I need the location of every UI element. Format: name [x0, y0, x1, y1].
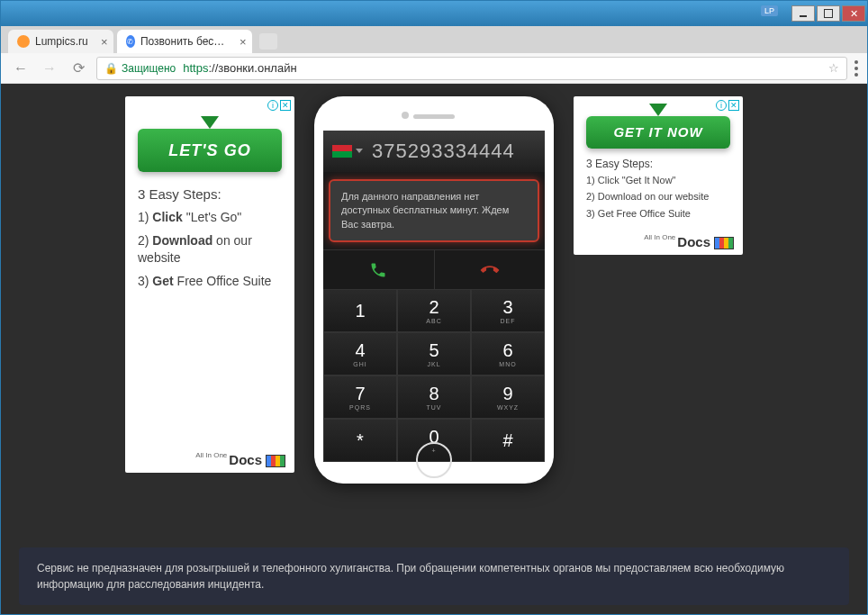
page-content: i✕ LET'S GO 3 Easy Steps: 1) Click "Let'… [1, 84, 867, 614]
back-button[interactable]: ← [10, 58, 32, 79]
tab-favicon-icon [17, 35, 30, 48]
window-minimize-button[interactable] [791, 5, 815, 22]
disclaimer-footer: Сервис не предназначен для розыгрышей и … [19, 547, 849, 605]
keypad-key-1[interactable]: 1 [323, 289, 397, 332]
close-icon[interactable]: × [240, 35, 247, 49]
new-tab-button[interactable] [259, 33, 277, 50]
key-number: # [502, 430, 512, 451]
key-letters: TUV [427, 404, 442, 411]
lets-go-button[interactable]: LET'S GO [138, 129, 282, 172]
hangup-button[interactable] [435, 249, 546, 289]
browser-tabstrip: Lumpics.ru × ✆ Позвонить бесплатно д × [1, 26, 867, 53]
close-icon[interactable]: ✕ [728, 100, 739, 111]
close-icon[interactable]: ✕ [280, 100, 291, 111]
key-letters: PQRS [349, 404, 371, 411]
key-number: * [357, 430, 364, 451]
lock-icon: 🔒 Защищено [104, 62, 176, 75]
phone-screen: 375293334444 Для данного направления нет… [323, 131, 545, 437]
browser-tab-active[interactable]: ✆ Позвонить бесплатно д × [117, 30, 252, 53]
key-number: 6 [502, 340, 512, 361]
key-number: 2 [429, 297, 439, 318]
key-number: 7 [355, 384, 365, 404]
key-letters: MNO [499, 361, 516, 367]
phone-camera-icon [402, 112, 409, 119]
steps-title: 3 Easy Steps: [138, 186, 282, 202]
arrow-down-icon [649, 104, 667, 116]
key-number: 5 [429, 340, 439, 361]
button-label: LET'S GO [168, 141, 250, 159]
colorbox-icon [266, 455, 285, 467]
step-3: 3) Get Free Office Suite [138, 273, 282, 291]
info-icon[interactable]: i [716, 100, 727, 111]
info-icon[interactable]: i [267, 100, 278, 111]
reload-button[interactable]: ⟳ [68, 58, 89, 79]
key-letters: GHI [353, 361, 366, 367]
ad-right: i✕ GET IT NOW 3 Easy Steps: 1) Click "Ge… [574, 96, 743, 255]
key-letters: ABC [426, 318, 441, 324]
phone-speaker-icon [413, 114, 455, 119]
browser-urlbar: ← → ⟳ 🔒 Защищено https://звонки.онлайн ☆ [1, 53, 867, 84]
ad-info: i✕ [716, 100, 739, 111]
arrow-down-icon [201, 116, 219, 129]
url-text: https://звонки.онлайн [183, 61, 296, 75]
keypad-key-4[interactable]: 4GHI [323, 332, 397, 375]
bookmark-star-icon[interactable]: ☆ [828, 61, 839, 75]
call-button[interactable] [323, 249, 435, 289]
key-letters: WXYZ [497, 404, 519, 411]
button-label: GET IT NOW [613, 124, 702, 140]
docs-logo: All In OneDocs [644, 234, 734, 249]
phone-home-button[interactable] [416, 442, 452, 478]
ad-left: i✕ LET'S GO 3 Easy Steps: 1) Click "Let'… [125, 96, 294, 473]
phone-call-icon [369, 261, 387, 279]
colorbox-icon [714, 237, 734, 249]
keypad-key-6[interactable]: 6MNO [471, 332, 545, 375]
phone-mockup: 375293334444 Для данного направления нет… [314, 96, 554, 484]
key-letters: DEF [501, 318, 516, 324]
tab-label: Позвонить бесплатно д [140, 35, 227, 48]
status-message: Для данного направления нет доступных бе… [329, 179, 539, 242]
ad-info: i✕ [267, 100, 291, 111]
keypad-key-5[interactable]: 5JKL [397, 332, 471, 375]
keypad-key-9[interactable]: 9WXYZ [471, 375, 545, 419]
window-maximize-button[interactable] [817, 5, 840, 22]
keypad-key-3[interactable]: 3DEF [471, 289, 545, 332]
key-number: 8 [429, 384, 439, 404]
keypad-key-8[interactable]: 8TUV [397, 375, 471, 419]
keypad-key-7[interactable]: 7PQRS [323, 375, 397, 419]
key-number: 1 [355, 301, 365, 321]
key-number: 4 [355, 340, 365, 361]
get-it-now-button[interactable]: GET IT NOW [586, 116, 730, 149]
key-number: 9 [502, 384, 512, 404]
secure-label: Защищено [122, 62, 176, 75]
key-number: 3 [502, 297, 512, 318]
window-titlebar: LP [1, 1, 867, 26]
step-2: 2) Download on our website [138, 232, 282, 267]
step-3: 3) Get Free Office Suite [586, 207, 730, 221]
browser-menu-button[interactable] [854, 60, 858, 77]
phone-hangup-icon [477, 258, 502, 283]
step-1: 1) Click "Let's Go" [138, 209, 282, 227]
keypad-key-*[interactable]: * [323, 419, 397, 462]
keypad-key-2[interactable]: 2ABC [397, 289, 471, 332]
key-letters: JKL [427, 361, 440, 367]
tab-label: Lumpics.ru [35, 35, 88, 48]
forward-button[interactable]: → [39, 58, 60, 79]
window-close-button[interactable] [842, 5, 865, 22]
keypad-key-#[interactable]: # [471, 419, 545, 462]
steps-title: 3 Easy Steps: [586, 158, 730, 170]
browser-tab[interactable]: Lumpics.ru × [8, 30, 113, 53]
step-2: 2) Download on our website [586, 190, 730, 203]
docs-logo: All In OneDocs [195, 452, 285, 467]
url-input[interactable]: 🔒 Защищено https://звонки.онлайн ☆ [96, 57, 847, 80]
phone-number: 375293334444 [372, 140, 515, 163]
lp-badge: LP [761, 5, 778, 16]
phone-number-display: 375293334444 [323, 131, 545, 172]
country-flag-selector[interactable] [332, 145, 352, 158]
tab-favicon-icon: ✆ [126, 35, 135, 48]
step-1: 1) Click "Get It Now" [586, 174, 730, 187]
close-icon[interactable]: × [101, 35, 108, 49]
dial-keypad: 12ABC3DEF4GHI5JKL6MNO7PQRS8TUV9WXYZ*0+# [323, 289, 545, 462]
